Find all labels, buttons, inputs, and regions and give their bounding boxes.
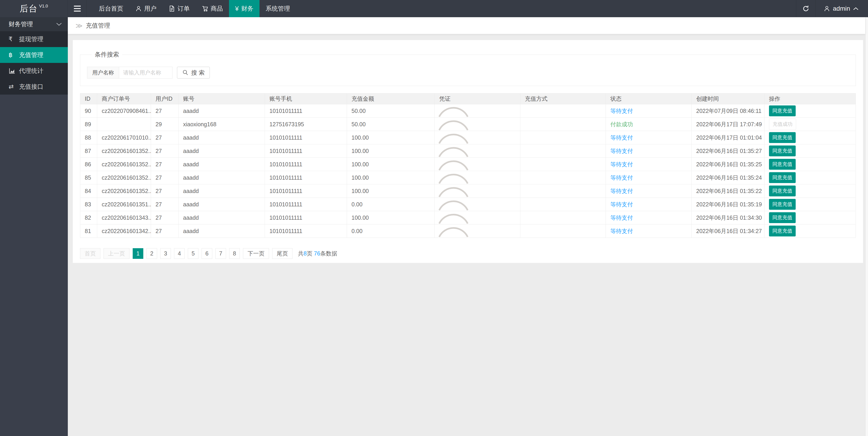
user-icon [824, 5, 830, 12]
cell-order-no: cz2022061701010... [97, 131, 151, 144]
status-text: 付款成功 [610, 121, 633, 127]
page-last-button[interactable]: 尾页 [272, 248, 292, 259]
cell-order-no: cz2022061601351... [97, 198, 151, 211]
order-icon [168, 5, 175, 12]
content: 条件搜索 用户名称 搜 索 ID商户订单号用户ID账号账号 [68, 34, 865, 263]
nav-item-users[interactable]: 用户 [129, 0, 162, 17]
approve-recharge-button[interactable]: 同意充值 [769, 132, 796, 143]
search-button[interactable]: 搜 索 [177, 67, 210, 79]
approve-recharge-button[interactable]: 同意充值 [769, 226, 796, 236]
column-header: 充值金额 [347, 93, 435, 104]
voucher-image-placeholder[interactable] [437, 105, 471, 117]
cell-order-no: cz2022061601352... [97, 158, 151, 171]
voucher-image-placeholder[interactable] [437, 198, 471, 211]
approve-recharge-button[interactable]: 同意充值 [769, 159, 796, 170]
voucher-image-placeholder[interactable] [437, 131, 471, 144]
refresh-icon [802, 5, 809, 12]
approve-recharge-button[interactable]: 同意充值 [769, 185, 796, 196]
page-button-3[interactable]: 3 [160, 248, 171, 259]
cell-voucher [435, 158, 520, 171]
user-menu[interactable]: admin [815, 0, 868, 17]
cell-id: 84 [80, 184, 97, 198]
cell-method [520, 118, 606, 131]
cell-user-id: 27 [151, 198, 179, 211]
voucher-image-placeholder[interactable] [437, 211, 471, 224]
cell-created: 2022年06月16日 01:34:27 [692, 225, 765, 238]
page-button-7[interactable]: 7 [215, 248, 226, 259]
page-button-2[interactable]: 2 [147, 248, 157, 259]
cell-amount: 50.00 [347, 118, 435, 131]
cell-created: 2022年06月16日 01:35:25 [692, 158, 765, 171]
voucher-image-placeholder[interactable] [437, 118, 471, 131]
cell-id: 87 [80, 144, 97, 158]
cell-voucher [435, 184, 520, 198]
approve-recharge-button[interactable]: 同意充值 [769, 212, 796, 223]
sidebar-item-recharge[interactable]: ฿ 充值管理 [0, 47, 68, 63]
nav-item-finance[interactable]: ¥ 财务 [229, 0, 259, 17]
approve-recharge-button[interactable]: 同意充值 [769, 145, 796, 156]
voucher-image-placeholder[interactable] [437, 225, 471, 238]
refresh-button[interactable] [796, 0, 815, 17]
cell-voucher [435, 118, 520, 131]
cell-phone: 10101011111 [265, 225, 347, 238]
column-header: 用户ID [151, 93, 179, 104]
cell-created: 2022年06月17日 01:01:04 [692, 131, 765, 144]
yen-icon: ¥ [235, 5, 239, 12]
voucher-image-placeholder[interactable] [437, 158, 471, 171]
approve-recharge-button[interactable]: 同意充值 [769, 106, 796, 116]
page-button-8[interactable]: 8 [229, 248, 240, 259]
cell-voucher [435, 104, 520, 118]
sidebar-item-agent-stats[interactable]: 代理统计 [0, 63, 68, 79]
cell-account: aaadd [179, 144, 265, 158]
page-prev-button: 上一页 [103, 248, 129, 259]
voucher-image-placeholder[interactable] [437, 171, 471, 184]
cell-method [520, 171, 606, 184]
page-button-4[interactable]: 4 [174, 248, 185, 259]
cell-phone: 10101011111 [265, 184, 347, 198]
recharge-card: 条件搜索 用户名称 搜 索 ID商户订单号用户ID账号账号 [73, 40, 863, 263]
status-text: 等待支付 [610, 135, 633, 141]
cell-id: 86 [80, 158, 97, 171]
voucher-image-placeholder[interactable] [437, 185, 471, 198]
nav-item-system[interactable]: 系统管理 [259, 0, 296, 17]
cell-account: aaadd [179, 131, 265, 144]
cell-amount: 100.00 [347, 144, 435, 158]
table-row: 87 cz2022061601352... 27 aaadd 101010111… [80, 144, 856, 158]
status-text: 等待支付 [610, 201, 633, 207]
page-next-button[interactable]: 下一页 [243, 248, 269, 259]
status-text: 等待支付 [610, 148, 633, 154]
cell-phone: 10101011111 [265, 171, 347, 184]
page-button-1[interactable]: 1 [133, 248, 143, 259]
nav-item-goods[interactable]: 商品 [196, 0, 229, 17]
sidebar-item-recharge-api[interactable]: ⇄ 充值接口 [0, 79, 68, 94]
cell-action: 同意充值 [765, 158, 856, 171]
app-title: 后台 [20, 3, 38, 14]
nav-item-orders[interactable]: 订单 [162, 0, 196, 17]
approve-recharge-button[interactable]: 同意充值 [769, 199, 796, 210]
sidebar-group-finance[interactable]: 财务管理 [0, 17, 68, 31]
cell-user-id: 27 [151, 225, 179, 238]
table-row: 90 cz2022070908461... 27 aaadd 101010111… [80, 104, 856, 118]
cell-id: 82 [80, 211, 97, 225]
status-text: 等待支付 [610, 161, 633, 168]
column-header: 账号手机 [265, 93, 347, 104]
page-button-5[interactable]: 5 [188, 248, 198, 259]
menu-toggle-icon[interactable] [68, 0, 87, 17]
breadcrumb-chevrons-icon: ≫ [75, 22, 83, 30]
cell-voucher [435, 144, 520, 158]
cell-phone: 10101011111 [265, 131, 347, 144]
chevron-down-icon [56, 23, 62, 26]
approve-recharge-button[interactable]: 同意充值 [769, 172, 796, 183]
cell-account: aaadd [179, 104, 265, 118]
username-input[interactable] [119, 67, 173, 79]
app-version: V1.0 [39, 4, 48, 8]
voucher-image-placeholder[interactable] [437, 145, 471, 157]
recharge-table: ID商户订单号用户ID账号账号手机充值金额凭证充值方式状态创建时间操作 90 c… [80, 93, 856, 238]
vertical-scrollbar[interactable] [865, 17, 868, 436]
cell-phone: 10101011111 [265, 198, 347, 211]
table-body: 90 cz2022070908461... 27 aaadd 101010111… [80, 104, 856, 238]
page-button-6[interactable]: 6 [202, 248, 212, 259]
nav-item-home[interactable]: 后台首页 [93, 0, 129, 17]
column-header: 创建时间 [692, 93, 765, 104]
sidebar-item-withdraw[interactable]: ₹ 提现管理 [0, 31, 68, 47]
